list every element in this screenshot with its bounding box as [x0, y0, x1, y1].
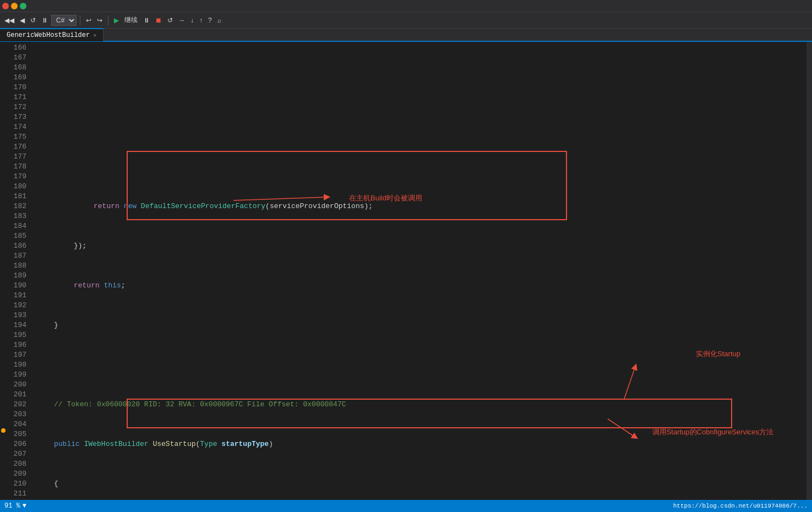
tabbar: GenericWebHostBuilder ✕ [0, 29, 812, 42]
statusbar: 91 % ▼ https://blog.csdn.net/u011974086/… [0, 500, 812, 512]
code-line-170 [34, 360, 806, 370]
min-button[interactable] [11, 3, 18, 9]
annotation-text-startup: 实例化Startup [696, 349, 740, 359]
pause-btn[interactable]: ⏸ [141, 15, 152, 25]
restart-btn[interactable]: ↺ [165, 15, 175, 25]
step-into-btn[interactable]: ↓ [188, 15, 196, 25]
annotation-text-build: 在主机Build时会被调用 [349, 193, 422, 203]
refresh-button[interactable]: ↺ [28, 15, 38, 25]
separator2 [108, 15, 108, 25]
svg-line-0 [233, 197, 327, 200]
code-line-169: } [34, 320, 806, 330]
max-button[interactable] [20, 3, 26, 9]
step-out-btn[interactable]: ↑ [197, 15, 205, 25]
code-line-168: return this; [34, 281, 806, 291]
tab-close-btn[interactable]: ✕ [93, 32, 96, 39]
close-button[interactable] [2, 3, 9, 9]
undo-btn[interactable]: ↩ [84, 15, 94, 25]
window-controls[interactable] [2, 3, 26, 9]
zoom-level[interactable]: 91 % ▼ [4, 502, 26, 510]
code-area[interactable]: 在主机Build时会被调用 实例化Startup 调用Startup的Cobnf… [30, 42, 806, 500]
titlebar [0, 0, 812, 12]
continue-btn[interactable]: 继续 [122, 14, 140, 26]
left-margin [0, 42, 6, 500]
code-line-172: public IWebHostBuilder UseStartup(Type s… [34, 439, 806, 449]
code-line-173: { [34, 479, 806, 489]
svg-line-1 [624, 367, 635, 399]
back-button[interactable]: ◀◀ [2, 15, 17, 25]
toolbar-btn[interactable]: ⏸ [39, 15, 50, 25]
tab-main[interactable]: GenericWebHostBuilder ✕ [0, 28, 103, 41]
svg-line-2 [608, 419, 635, 437]
step-over-btn[interactable]: → [176, 15, 187, 25]
breakpoint [1, 428, 6, 433]
tab-label: GenericWebHostBuilder [7, 31, 90, 39]
scrollbar[interactable] [806, 42, 812, 500]
annotation-text-configure: 调用Startup的CobnfigureServices方法 [652, 427, 773, 437]
run-btn[interactable]: ▶ [112, 15, 121, 25]
search-toolbar-btn[interactable]: ⌕ [215, 15, 224, 25]
toolbar: ◀◀ ◀ ↺ ⏸ C# ↩ ↪ ▶ 继续 ⏸ ⏹ ↺ → ↓ ↑ ? ⌕ [0, 12, 812, 29]
code-line-171: // Token: 0x06000020 RID: 32 RVA: 0x0000… [34, 400, 806, 410]
forward-button[interactable]: ◀ [18, 15, 27, 25]
stop-btn[interactable]: ⏹ [153, 15, 164, 25]
line-numbers: 166 167 168 169 170 171 172 173 174 175 … [6, 42, 30, 500]
language-selector[interactable]: C# [51, 15, 77, 26]
separator [80, 15, 80, 25]
editor-container: 166 167 168 169 170 171 172 173 174 175 … [0, 42, 812, 500]
code-line-167: }); [34, 241, 806, 251]
help-btn[interactable]: ? [206, 15, 214, 25]
status-url: https://blog.csdn.net/u011974086/7... [673, 503, 808, 509]
redo-btn[interactable]: ↪ [95, 15, 105, 25]
zoom-dropdown-icon[interactable]: ▼ [23, 502, 26, 510]
